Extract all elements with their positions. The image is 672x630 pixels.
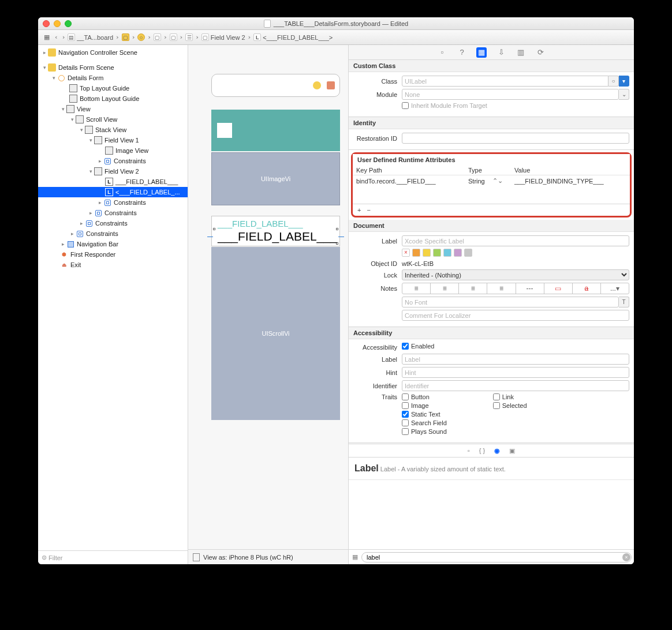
crumb-vc[interactable]: ○ (137, 33, 145, 41)
grid-view-icon[interactable]: ▦ (352, 553, 358, 561)
nav-back-icon[interactable]: ‹ (54, 33, 58, 41)
color-none-icon[interactable]: × (402, 249, 410, 257)
trait-selected-checkbox[interactable]: Selected (493, 402, 527, 409)
column-header[interactable]: Value (514, 167, 626, 174)
outline-stackview[interactable]: ▾Stack View (38, 125, 188, 135)
outline-constraints[interactable]: ▸Constraints (38, 218, 188, 228)
outline-scrollview[interactable]: ▾Scroll View (38, 114, 188, 125)
column-header[interactable]: Key Path (356, 167, 468, 174)
localizer-comment-input[interactable] (402, 310, 629, 321)
canvas-imageview[interactable]: UIImageVi (211, 152, 340, 205)
media-library-tab-icon[interactable]: ▣ (509, 447, 515, 455)
outline-imageview[interactable]: Image View (38, 145, 188, 156)
window-close-icon[interactable] (43, 20, 50, 27)
inherit-module-checkbox[interactable]: Inherit Module From Target (402, 102, 487, 109)
canvas-navbar[interactable] (211, 110, 340, 151)
crumb-view1[interactable]: ▢ (154, 33, 161, 41)
outline-constraints[interactable]: ▸Constraints (38, 208, 188, 218)
crumb-file[interactable]: ▤__TA...board (68, 33, 113, 41)
crumb-scene[interactable]: ▢ (122, 33, 129, 41)
remove-attribute-icon[interactable]: − (367, 207, 370, 213)
library-search-input[interactable] (361, 552, 632, 562)
outline-filter-bar[interactable]: ⊜ Filter (38, 550, 188, 564)
class-input[interactable] (402, 76, 608, 87)
trait-static-text-checkbox[interactable]: Static Text (402, 411, 447, 418)
titlebar[interactable]: ___TABLE___DetailsForm.storyboard — Edit… (38, 17, 634, 30)
outline-constraints[interactable]: ▸Constraints (38, 228, 188, 239)
interface-builder-canvas[interactable]: → UIImageVi ___FIELD_LABEL___ ___FIELD_L… (188, 45, 349, 564)
dock-firstresponder-icon[interactable] (327, 81, 335, 89)
outline-navbar[interactable]: ▸Navigation Bar (38, 239, 188, 249)
connections-inspector-tab-icon[interactable]: ⟳ (535, 47, 546, 58)
dropdown-icon[interactable]: ⌄ (619, 89, 629, 100)
trait-plays-sound-checkbox[interactable]: Plays Sound (402, 428, 447, 435)
doc-label-input[interactable] (402, 235, 629, 246)
outline-viewcontroller[interactable]: ▾Details Form (38, 73, 188, 83)
outline-label-selected[interactable]: L<___FIELD_LABEL_... (38, 187, 188, 197)
trait-link-checkbox[interactable]: Link (493, 393, 527, 400)
canvas-fieldview[interactable]: ___FIELD_LABEL___ ___FIELD_LABEL___ (211, 216, 340, 246)
outline-bottom-guide[interactable]: Bottom Layout Guide (38, 93, 188, 104)
outline-tree[interactable]: ▸Navigation Controller Scene ▾Details Fo… (38, 45, 188, 550)
size-inspector-tab-icon[interactable]: ▥ (516, 47, 526, 58)
outline-scene[interactable]: ▾Details Form Scene (38, 62, 188, 73)
value-cell[interactable]: ___FIELD_BINDING_TYPE___ (514, 178, 626, 185)
module-input[interactable] (402, 89, 619, 100)
notes-alignment-segmented[interactable]: ≡≡≡≡---▭a...▾ (402, 283, 629, 294)
device-bar[interactable]: View as: iPhone 8 Plus (wC hR) (188, 549, 348, 564)
canvas-navbar-item[interactable] (217, 123, 232, 138)
restoration-id-input[interactable] (402, 133, 629, 144)
crumb-view3[interactable]: ☰ (185, 33, 193, 41)
accessibility-enabled-checkbox[interactable]: Enabled (402, 343, 434, 350)
acc-label-input[interactable] (402, 354, 629, 365)
runtime-attribute-row[interactable]: bindTo.record.___FIELD___ String⌃⌄ ___FI… (353, 175, 630, 186)
notes-font-input[interactable] (402, 297, 619, 308)
lock-select[interactable]: Inherited - (Nothing) (402, 269, 629, 280)
dropdown-icon[interactable]: ▾ (619, 76, 629, 87)
type-cell[interactable]: String⌃⌄ (468, 177, 514, 185)
color-swatch[interactable] (464, 249, 472, 257)
identity-inspector-tab-icon[interactable]: ▦ (476, 47, 487, 58)
font-picker-icon[interactable]: T (619, 297, 629, 308)
add-attribute-icon[interactable]: + (357, 207, 361, 213)
outline-constraints[interactable]: ▸Constraints (38, 197, 188, 208)
window-minimize-icon[interactable] (54, 20, 61, 27)
crumb-view2[interactable]: ▢ (170, 33, 177, 41)
object-library-tab-icon[interactable]: ◉ (494, 447, 500, 455)
scene-preview[interactable]: UIImageVi ___FIELD_LABEL___ ___FIELD_LAB… (211, 74, 340, 420)
outline-exit[interactable]: ⏏Exit (38, 260, 188, 270)
trait-search-field-checkbox[interactable]: Search Field (402, 419, 447, 426)
code-snippet-tab-icon[interactable]: { } (479, 447, 485, 454)
crumb-label[interactable]: L<___FIELD_LABEL___> (253, 33, 333, 41)
outline-first-responder[interactable]: ⬢First Responder (38, 249, 188, 260)
device-config-icon[interactable] (193, 553, 200, 561)
outline-view[interactable]: ▾View (38, 104, 188, 114)
trait-image-checkbox[interactable]: Image (402, 402, 447, 409)
color-swatch[interactable] (454, 249, 462, 257)
outline-label[interactable]: L___FIELD_LABEL___ (38, 177, 188, 187)
color-swatch[interactable] (423, 249, 431, 257)
keypath-cell[interactable]: bindTo.record.___FIELD___ (356, 178, 468, 185)
library-item[interactable]: Label Label - A variably sized amount of… (349, 457, 634, 480)
file-inspector-tab-icon[interactable]: ▫ (437, 47, 447, 58)
color-swatch[interactable] (443, 249, 451, 257)
nav-forward-icon[interactable]: › (62, 33, 66, 41)
clear-icon[interactable]: ○ (608, 76, 619, 87)
column-header[interactable]: Type (468, 167, 514, 174)
dock-viewcontroller-icon[interactable] (313, 81, 321, 89)
crumb-fieldview2[interactable]: ▢Field View 2 (201, 33, 245, 41)
search-clear-icon[interactable]: × (622, 553, 630, 561)
file-template-tab-icon[interactable]: ▫ (468, 447, 470, 454)
related-items-icon[interactable]: ▦ (42, 32, 52, 43)
outline-fieldview2[interactable]: ▾Field View 2 (38, 166, 188, 177)
canvas-label[interactable]: ___FIELD_LABEL___ (212, 219, 339, 228)
attributes-inspector-tab-icon[interactable]: ⇩ (496, 47, 506, 58)
acc-identifier-input[interactable] (402, 380, 629, 391)
canvas-label-selected[interactable]: ___FIELD_LABEL___ (212, 230, 339, 243)
color-swatch[interactable] (433, 249, 441, 257)
window-zoom-icon[interactable] (65, 20, 72, 27)
acc-hint-input[interactable] (402, 367, 629, 378)
scene-dock[interactable] (211, 74, 340, 97)
color-swatch[interactable] (412, 249, 420, 257)
outline-scene[interactable]: ▸Navigation Controller Scene (38, 47, 188, 58)
